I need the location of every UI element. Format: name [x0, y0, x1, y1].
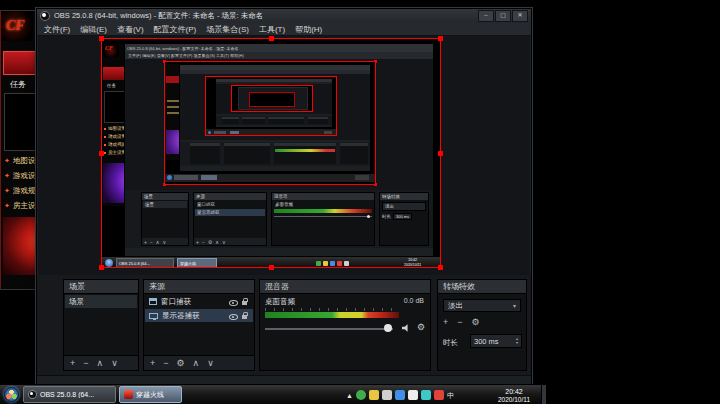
cf-logo-text: CF [6, 18, 25, 34]
flame-bullet-icon: ✦ [4, 202, 10, 209]
show-desktop-button[interactable] [541, 385, 546, 404]
capture-game-menu: 游戏规则 [104, 142, 126, 147]
close-button[interactable]: ✕ [512, 10, 528, 22]
mixer-db-value: 0.0 dB [404, 297, 424, 304]
visibility-icon[interactable] [229, 298, 238, 306]
flame-bullet-icon: ✦ [4, 172, 10, 179]
resize-handle[interactable] [99, 265, 104, 270]
source-down-button[interactable]: ∨ [207, 359, 214, 368]
capture-selection-l3 [205, 76, 337, 136]
mixer-tick-scale [265, 308, 399, 311]
capture-obs-docks: 场景 场景 +−∧∨ 来源 窗口捕获 显示器捕获 +−⚙∧∨ [125, 190, 433, 248]
spin-arrows-icon[interactable]: ▴▾ [516, 337, 518, 345]
mixer-volume-slider-knob[interactable] [384, 324, 392, 332]
resize-handle[interactable] [99, 151, 104, 156]
scene-list-item[interactable]: 场景 [65, 295, 137, 308]
resize-handle[interactable] [269, 265, 274, 270]
scenes-dock-header[interactable]: 场景 [64, 280, 138, 294]
resize-handle[interactable] [438, 151, 443, 156]
transitions-dock: 转场特效 淡出 ▾ + − ⚙ 时长 300 ms ▴▾ [437, 279, 527, 371]
sources-dock: 来源 窗口捕获 显示器捕获 + − ⚙ ∧ ∨ [143, 279, 255, 371]
capture-selection-l5 [249, 92, 295, 107]
ime-language-icon[interactable]: 中 [447, 392, 454, 399]
menu-scene-collection[interactable]: 场景集合(S) [206, 24, 249, 35]
flame-bullet-icon: ✦ [4, 157, 10, 164]
window-title: OBS 25.0.8 (64-bit, windows) - 配置文件: 未命名… [54, 11, 263, 21]
source-up-button[interactable]: ∧ [193, 359, 200, 368]
flame-bullet-icon: ✦ [4, 187, 10, 194]
tray-volume-icon[interactable] [408, 390, 418, 400]
capture-obs-titlebar: OBS 25.0.8 (64-bit, windows) - 配置文件: 未命名… [125, 44, 433, 52]
minimize-button[interactable]: – [478, 10, 494, 22]
tray-antivirus-icon[interactable] [434, 390, 444, 400]
capture-obs-window: OBS 25.0.8 (64-bit, windows) - 配置文件: 未命名… [124, 43, 434, 255]
capture2-obs-window [179, 64, 371, 172]
desktop: CF 任务 ✦地图设置 ✦游戏设置 ✦游戏规则 ✦房主设置 OBS 25.0.8… [0, 0, 720, 404]
menu-help[interactable]: 帮助(H) [295, 24, 322, 35]
transition-select[interactable]: 淡出 ▾ [443, 299, 521, 312]
menu-tools[interactable]: 工具(T) [259, 24, 285, 35]
remove-scene-button[interactable]: − [83, 359, 88, 368]
add-transition-button[interactable]: + [443, 317, 448, 327]
display-capture-selection[interactable]: CF 任务 地图设置 游戏设置 游戏规则 房主设置 OBS 25.0.8 (64… [101, 38, 441, 268]
capture-game-menu: 游戏设置 [104, 134, 126, 139]
capture-game-menu: 房主设置 [104, 150, 126, 155]
lock-icon[interactable] [242, 312, 249, 320]
show-hidden-icons-arrow-icon[interactable]: ▲ [346, 392, 353, 399]
system-tray: ▲ 中 [346, 385, 454, 404]
tray-security-icon[interactable] [356, 390, 366, 400]
speaker-icon[interactable] [402, 324, 411, 332]
source-window-capture[interactable]: 窗口捕获 [145, 295, 253, 308]
capture-obs-preview [125, 59, 433, 190]
resize-handle[interactable] [438, 36, 443, 41]
mixer-dock-header[interactable]: 混音器 [260, 280, 430, 294]
menu-edit[interactable]: 编辑(E) [80, 24, 107, 35]
obs-preview-area[interactable]: CF 任务 地图设置 游戏设置 游戏规则 房主设置 OBS 25.0.8 (64… [38, 36, 530, 275]
duration-spinbox[interactable]: 300 ms ▴▾ [470, 334, 522, 348]
obs-titlebar[interactable]: OBS 25.0.8 (64-bit, windows) - 配置文件: 未命名… [37, 9, 531, 23]
obs-app-icon [28, 390, 37, 399]
add-scene-button[interactable]: + [70, 359, 75, 368]
mixer-volume-meter [265, 312, 399, 318]
mixer-volume-slider-track[interactable] [265, 328, 393, 330]
scenes-dock: 场景 场景 + − ∧ ∨ [63, 279, 139, 371]
capture-game-task-label: 任务 [107, 83, 116, 88]
resize-handle[interactable] [99, 36, 104, 41]
visibility-icon[interactable] [229, 312, 238, 320]
captured-desktop-l2 [165, 62, 375, 184]
resize-handle[interactable] [438, 265, 443, 270]
windows-taskbar: OBS 25.0.8 (64... 穿越火线 ▲ 中 20:42 2020/10… [0, 384, 545, 404]
menu-profile[interactable]: 配置文件(P) [154, 24, 197, 35]
maximize-button[interactable]: ▢ [495, 10, 511, 22]
taskbar-clock[interactable]: 20:42 2020/10/11 [487, 386, 541, 404]
sources-dock-header[interactable]: 来源 [144, 280, 254, 294]
taskbar-button-crossfire[interactable]: 穿越火线 [119, 386, 182, 403]
start-button[interactable] [4, 387, 19, 402]
scene-up-button[interactable]: ∧ [97, 359, 104, 368]
transition-properties-button[interactable]: ⚙ [472, 317, 480, 327]
remove-transition-button[interactable]: − [457, 317, 462, 327]
menu-file[interactable]: 文件(F) [44, 24, 70, 35]
remove-source-button[interactable]: − [163, 359, 168, 368]
capture-game-menu: 地图设置 [104, 126, 126, 131]
menu-view[interactable]: 查看(V) [117, 24, 144, 35]
source-properties-button[interactable]: ⚙ [177, 359, 185, 368]
source-display-capture[interactable]: 显示器捕获 [145, 309, 253, 322]
tray-update-icon[interactable] [369, 390, 379, 400]
lock-icon[interactable] [242, 298, 249, 306]
captured-desktop-l3 [206, 77, 336, 135]
sources-toolbar: + − ⚙ ∧ ∨ [144, 355, 254, 370]
add-source-button[interactable]: + [150, 359, 155, 368]
tray-messenger-icon[interactable] [395, 390, 405, 400]
taskbar-button-obs[interactable]: OBS 25.0.8 (64... [23, 386, 116, 403]
tray-network-icon[interactable] [421, 390, 431, 400]
tray-display-icon[interactable] [382, 390, 392, 400]
resize-handle[interactable] [269, 36, 274, 41]
mixer-gear-icon[interactable]: ⚙ [417, 322, 425, 332]
capture-start-orb [105, 259, 113, 267]
transition-toolbar: + − ⚙ [443, 317, 480, 327]
obs-docks: 场景 场景 + − ∧ ∨ 来源 窗口捕获 显示器捕获 [37, 275, 531, 375]
capture-cf-logo: CF [103, 45, 119, 57]
transitions-dock-header[interactable]: 转场特效 [438, 280, 526, 294]
scene-down-button[interactable]: ∨ [111, 359, 118, 368]
